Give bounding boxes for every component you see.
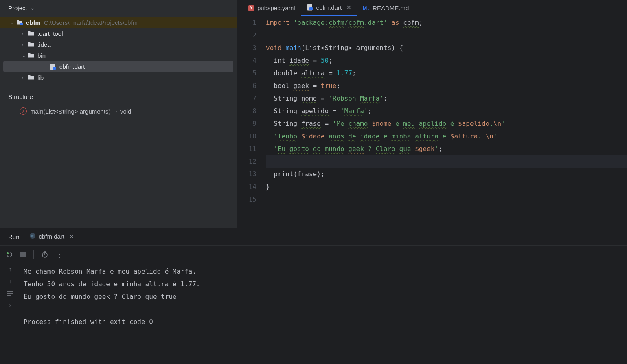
- tab-label: README.md: [373, 4, 409, 11]
- code-line[interactable]: String apelido = 'Marfa';: [266, 105, 627, 117]
- line-number: 5: [237, 67, 256, 79]
- editor-tab[interactable]: M↓README.md: [357, 0, 414, 16]
- soft-wrap-icon[interactable]: [7, 290, 14, 296]
- code-line[interactable]: double altura = 1.77;: [266, 67, 627, 79]
- tab-label: pubspec.yaml: [257, 4, 295, 11]
- chevron-down-icon: ⌄: [11, 20, 16, 25]
- tree-file[interactable]: cbfm.dart: [3, 61, 233, 72]
- code-line[interactable]: 'Tenho $idade anos de idade e minha altu…: [266, 130, 627, 143]
- folder-icon: [28, 53, 35, 59]
- tree-folder[interactable]: ⌄bin: [0, 50, 237, 61]
- svg-rect-2: [53, 67, 56, 70]
- code-line[interactable]: import 'package:cbfm/cbfm.dart' as cbfm;: [266, 16, 627, 29]
- chevron-right-icon[interactable]: ›: [9, 302, 11, 308]
- editor-tabs: Ypubspec.yamlcbfm.dart✕M↓README.md: [237, 0, 627, 16]
- run-tab-label: cbfm.dart: [39, 233, 65, 240]
- dart-file-icon: [307, 4, 313, 11]
- tree-arrow-icon: ›: [22, 75, 28, 80]
- lambda-icon: λ: [20, 107, 27, 115]
- folder-icon: [28, 75, 35, 81]
- tree-root-path: C:\Users\rmarfa\IdeaProjects\cbfm: [44, 19, 138, 26]
- tree-arrow-icon: ›: [22, 31, 28, 36]
- line-number: 1: [237, 16, 256, 29]
- code-line[interactable]: [266, 155, 627, 168]
- project-tree: ⌄ cbfm C:\Users\rmarfa\IdeaProjects\cbfm…: [0, 15, 237, 85]
- output-line: [24, 303, 624, 316]
- structure-item-label: main(List<String> arguments) → void: [30, 108, 131, 115]
- run-tab[interactable]: cbfm.dart ✕: [28, 230, 76, 243]
- tree-folder[interactable]: ›lib: [0, 72, 237, 83]
- line-number: 4: [237, 54, 256, 67]
- line-number: 14: [237, 180, 256, 193]
- tree-arrow-icon: ›: [22, 42, 28, 47]
- cursor: [266, 158, 266, 166]
- folder-icon: [28, 31, 35, 37]
- tree-item-label: lib: [37, 74, 44, 81]
- structure-item[interactable]: λ main(List<String> arguments) → void: [0, 103, 237, 117]
- dart-icon: [29, 232, 36, 240]
- tab-label: cbfm.dart: [316, 4, 342, 11]
- line-number: 2: [237, 29, 256, 42]
- code-line[interactable]: String frase = 'Me chamo $nome e meu ape…: [266, 117, 627, 130]
- svg-rect-4: [309, 7, 313, 10]
- project-label: Project: [8, 4, 27, 11]
- code-line[interactable]: bool geek = true;: [266, 79, 627, 92]
- editor-tab[interactable]: Ypubspec.yaml: [243, 0, 301, 16]
- output-line: Eu gosto do mundo geek ? Claro que true: [24, 290, 624, 303]
- tree-folder[interactable]: ›.dart_tool: [0, 28, 237, 39]
- line-number: 12: [237, 155, 256, 168]
- divider: [33, 250, 34, 259]
- code-content[interactable]: import 'package:cbfm/cbfm.dart' as cbfm;…: [263, 16, 627, 228]
- code-line[interactable]: }: [266, 180, 627, 193]
- folder-icon: [28, 42, 35, 48]
- line-number: 13: [237, 168, 256, 180]
- editor-tab[interactable]: cbfm.dart✕: [301, 0, 357, 16]
- close-icon[interactable]: ✕: [346, 4, 351, 11]
- chevron-down-icon: ⌄: [30, 4, 35, 11]
- structure-panel-header[interactable]: Structure: [0, 88, 237, 103]
- code-line[interactable]: print(frase);: [266, 168, 627, 180]
- yaml-icon: Y: [248, 5, 254, 11]
- output-line: Process finished with exit code 0: [24, 316, 624, 328]
- markdown-icon: M↓: [363, 5, 369, 11]
- up-arrow-icon[interactable]: ↑: [9, 266, 12, 272]
- down-arrow-icon[interactable]: ↓: [9, 278, 12, 285]
- code-line[interactable]: String nome = 'Robson Marfa';: [266, 92, 627, 105]
- stop-icon[interactable]: [20, 252, 26, 257]
- tree-root[interactable]: ⌄ cbfm C:\Users\rmarfa\IdeaProjects\cbfm: [0, 17, 237, 28]
- svg-rect-0: [20, 23, 23, 25]
- run-panel: Run cbfm.dart ✕ ⋮ ↑ ↓ › Me c: [0, 228, 627, 364]
- more-icon[interactable]: ⋮: [56, 250, 63, 259]
- output-line: Me chamo Robson Marfa e meu apelido é Ma…: [24, 265, 624, 278]
- line-number: 15: [237, 193, 256, 206]
- project-panel-header[interactable]: Project ⌄: [0, 0, 237, 15]
- line-number: 11: [237, 143, 256, 155]
- dart-file-icon: [50, 64, 57, 70]
- svg-rect-6: [20, 252, 26, 257]
- line-number: 8: [237, 105, 256, 117]
- code-line[interactable]: 'Eu gosto do mundo geek ? Claro que $gee…: [266, 143, 627, 155]
- tree-folder[interactable]: ›.idea: [0, 39, 237, 50]
- stopwatch-icon[interactable]: [41, 251, 48, 258]
- run-output[interactable]: Me chamo Robson Marfa e meu apelido é Ma…: [20, 263, 627, 364]
- code-area[interactable]: 123456789101112131415 import 'package:cb…: [237, 16, 627, 228]
- tree-arrow-icon: ⌄: [22, 53, 28, 58]
- line-number: 10: [237, 130, 256, 143]
- code-line[interactable]: void main(List<String> arguments) {: [266, 42, 627, 54]
- line-number: 6: [237, 79, 256, 92]
- gutter: 123456789101112131415: [237, 16, 263, 228]
- code-line[interactable]: int idade = 50;: [266, 54, 627, 67]
- code-line[interactable]: [266, 29, 627, 42]
- run-actions: ↑ ↓ ›: [0, 263, 20, 364]
- output-line: Tenho 50 anos de idade e minha altura é …: [24, 278, 624, 290]
- tree-item-label: .idea: [37, 41, 51, 48]
- rerun-icon[interactable]: [6, 251, 13, 258]
- code-line[interactable]: [266, 193, 627, 206]
- editor: Ypubspec.yamlcbfm.dart✕M↓README.md 12345…: [237, 0, 627, 228]
- sidebar: Project ⌄ ⌄ cbfm C:\Users\rmarfa\IdeaPro…: [0, 0, 237, 228]
- close-icon[interactable]: ✕: [69, 233, 74, 240]
- run-label[interactable]: Run: [8, 233, 20, 240]
- tree-item-label: .dart_tool: [37, 30, 63, 37]
- project-folder-icon: [16, 20, 24, 26]
- line-number: 7: [237, 92, 256, 105]
